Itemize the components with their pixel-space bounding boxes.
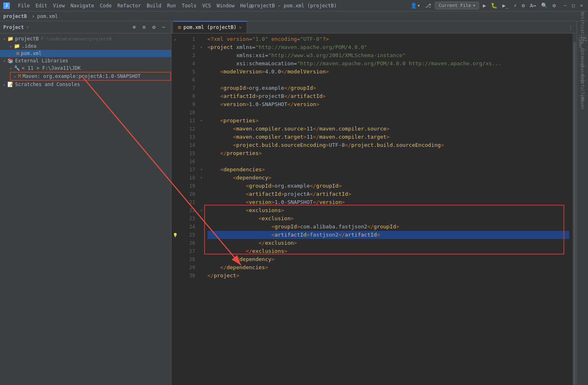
- menu-build[interactable]: Build: [144, 2, 164, 9]
- vcs-btn[interactable]: ⎇: [424, 2, 432, 9]
- code-line-8: <artifactId>projectB</artifactId>: [207, 92, 569, 100]
- code-closetag-25: artifactId: [345, 231, 377, 239]
- code-bracket-12a: <: [207, 125, 236, 133]
- right-icon-restful[interactable]: RestfulTool: [578, 83, 588, 93]
- code-bracket-21b: >: [272, 198, 275, 206]
- maven-icon: M: [18, 73, 21, 79]
- maximize-btn[interactable]: □: [570, 2, 577, 9]
- tree-arrow-idea: ▸: [10, 44, 12, 49]
- gutter-line-25[interactable]: 💡: [172, 231, 179, 239]
- right-icon-notifications[interactable]: Notifications: [578, 23, 588, 33]
- code-line-7: <groupId>org.example</groupId>: [207, 84, 569, 92]
- tree-item-scratches[interactable]: ▸ 📝 Scratches and Consoles: [0, 81, 171, 88]
- close-btn[interactable]: ✕: [578, 2, 585, 9]
- gutter-line-8: [172, 92, 179, 100]
- code-line-13: <maven.compiler.target>11</maven.compile…: [207, 133, 569, 141]
- menu-code[interactable]: Code: [98, 2, 114, 9]
- search-btn[interactable]: 🔍: [540, 2, 549, 9]
- translate-btn[interactable]: A↔: [529, 2, 538, 9]
- fold-17[interactable]: ▾: [198, 166, 204, 174]
- code-line-12: <maven.compiler.source>11</maven.compile…: [207, 125, 569, 133]
- power-btn[interactable]: ⚡: [512, 2, 518, 9]
- menu-refactor[interactable]: Refactor: [115, 2, 143, 9]
- code-cont-13: 11: [307, 133, 313, 141]
- code-attrval-4: "http://maven.apache.org/POM/4.0.0 http:…: [297, 60, 501, 68]
- sidebar-toolbar: ⊕ ≡ ⚙ −: [130, 23, 168, 31]
- menu-view[interactable]: View: [51, 2, 67, 9]
- editor-gutter: ✓: [172, 33, 179, 385]
- code-bracket-17a: <: [207, 166, 223, 174]
- tab-more-btn[interactable]: ⋮: [565, 24, 577, 30]
- editor-scrollbar[interactable]: [572, 33, 577, 385]
- current-file-button[interactable]: Current File ▾: [435, 2, 479, 9]
- tree-item-projectb[interactable]: ▾ 📁 projectB F:\code\mca\maven\projectB: [0, 35, 171, 42]
- code-content[interactable]: <?xml version="1.0" encoding="UTF-8"?> <…: [204, 33, 572, 385]
- gear-btn[interactable]: ⚙: [551, 2, 557, 9]
- right-icon-aicoder[interactable]: AI Coder: [578, 38, 588, 48]
- menu-edit[interactable]: Edit: [33, 2, 50, 9]
- tree-item-jdk[interactable]: ▸ 🔧 < 11 > F:\Java11\JDK: [0, 64, 171, 72]
- menu-file[interactable]: File: [16, 2, 32, 9]
- fold-20: [198, 190, 204, 198]
- code-bracket-9a: <: [207, 100, 223, 108]
- locate-btn[interactable]: ⊕: [130, 23, 138, 31]
- fold-18[interactable]: ▾: [198, 174, 204, 182]
- profile-btn[interactable]: 👤▾: [409, 2, 421, 9]
- debug-btn[interactable]: 🐛: [490, 2, 499, 9]
- minimize-btn[interactable]: −: [562, 2, 568, 9]
- fold-22[interactable]: ▾: [198, 206, 204, 215]
- right-icon-maven[interactable]: Maven: [578, 98, 588, 108]
- menu-navigate[interactable]: Navigate: [68, 2, 97, 9]
- code-cont-14: UTF-8: [329, 141, 345, 149]
- coverage-btn[interactable]: ▶̲: [501, 2, 510, 9]
- fold-2[interactable]: ▾: [198, 43, 204, 51]
- gutter-line-5: [172, 68, 179, 76]
- code-bracket-19c: </: [310, 182, 316, 190]
- code-cont-8: projectB: [258, 92, 284, 100]
- menu-run[interactable]: Run: [165, 2, 178, 9]
- window-controls: − □ ✕: [562, 2, 585, 9]
- code-bracket-11a: <: [207, 117, 223, 125]
- project-bar: projectB › pom.xml: [0, 11, 588, 21]
- editor-tab-pom[interactable]: m pom.xml (projectB) ✕: [173, 21, 247, 33]
- collapse-btn[interactable]: ≡: [140, 23, 148, 31]
- run-btn[interactable]: ▶: [481, 2, 487, 9]
- code-closetag-7: groupId: [291, 84, 313, 92]
- tree-item-pom[interactable]: m pom.xml: [0, 50, 171, 57]
- menu-window[interactable]: Window: [214, 2, 237, 9]
- fold-15: [198, 149, 204, 157]
- right-sidebar-divider-1: [579, 35, 587, 35]
- code-bracket-15a: </: [207, 149, 227, 157]
- tab-close-btn[interactable]: ✕: [239, 25, 242, 30]
- code-closetag-28: dependency: [239, 255, 271, 263]
- menu-tools[interactable]: Tools: [179, 2, 199, 9]
- minimize-sidebar-btn[interactable]: −: [160, 23, 168, 31]
- menu-vcs[interactable]: VCS: [200, 2, 214, 9]
- fold-28: [198, 255, 204, 263]
- gutter-line-2: [172, 43, 179, 51]
- scrollbar-thumb[interactable]: [573, 42, 576, 385]
- code-closetag-26: exclusion: [265, 239, 294, 247]
- tree-item-maven[interactable]: ▸ M Maven: org.example:projectA:1.0-SNAP…: [10, 72, 171, 81]
- code-bracket-27a: </: [207, 247, 252, 255]
- sidebar-dropdown-icon[interactable]: ▾: [27, 25, 29, 29]
- tree-item-external-libs[interactable]: ▾ 📚 External Libraries: [0, 57, 171, 64]
- code-closetag-14: project.build.sourceEncoding: [351, 141, 441, 149]
- fold-23[interactable]: ▾: [198, 215, 204, 223]
- fold-8: [198, 92, 204, 100]
- code-cont-12: 11: [307, 125, 313, 133]
- settings-btn[interactable]: ⚙: [521, 2, 526, 9]
- settings-sidebar-btn[interactable]: ⚙: [150, 23, 158, 31]
- code-bracket-12d: >: [386, 125, 390, 133]
- title-bar: J File Edit View Navigate Code Refactor …: [0, 0, 588, 11]
- code-bracket-11b: >: [255, 117, 258, 125]
- gutter-line-21: [172, 198, 179, 206]
- gutter-line-14: [172, 141, 179, 149]
- tree-item-idea[interactable]: ▸ 📁 .idea: [0, 42, 171, 50]
- code-bracket-12b: >: [303, 125, 307, 133]
- right-icon-database[interactable]: Database: [578, 53, 588, 63]
- fold-11[interactable]: ▾: [198, 117, 204, 125]
- code-line-19: <groupId>org.example</groupId>: [207, 182, 569, 190]
- code-closetag-12: maven.compiler.source: [319, 125, 386, 133]
- gutter-line-15: [172, 149, 179, 157]
